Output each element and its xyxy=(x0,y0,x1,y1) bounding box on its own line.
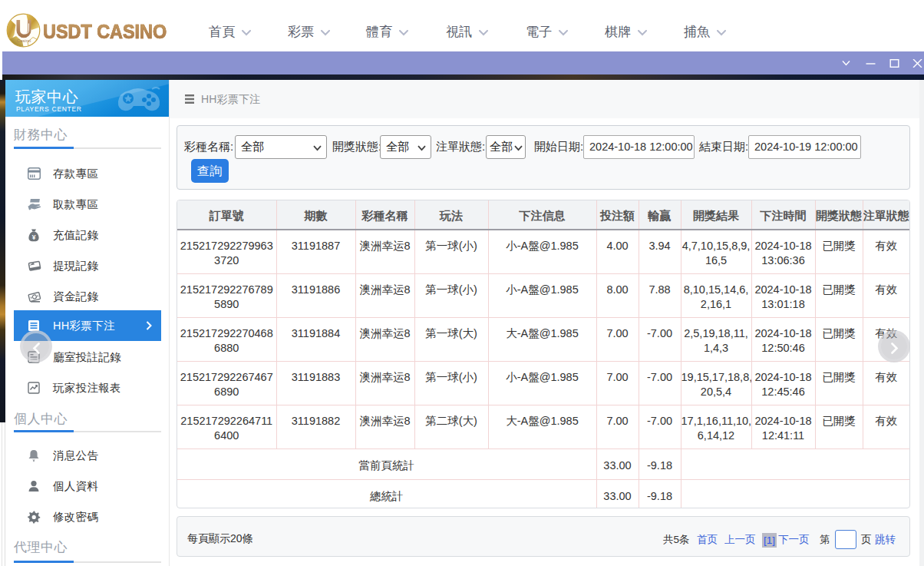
svg-text:¥: ¥ xyxy=(32,233,36,241)
svg-text:Casino: Casino xyxy=(17,38,31,43)
